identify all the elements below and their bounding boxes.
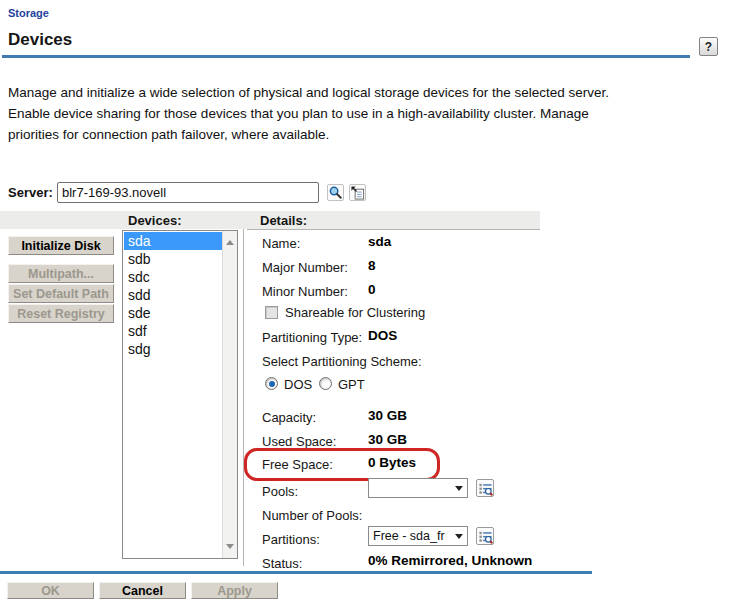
device-list-item[interactable]: sda: [124, 232, 222, 250]
partitions-dropdown[interactable]: Free - sda_fr: [368, 526, 468, 546]
devices-column-header: Devices:: [128, 213, 181, 228]
server-label: Server:: [8, 185, 53, 200]
shareable-checkbox: [265, 306, 278, 319]
scroll-up-icon[interactable]: [226, 240, 234, 245]
free-space-value: 0 Bytes: [368, 455, 416, 470]
chevron-down-icon: [455, 486, 463, 491]
partitions-label: Partitions:: [262, 532, 320, 547]
object-selector-button[interactable]: [327, 184, 344, 201]
set-default-path-button: Set Default Path: [8, 284, 114, 303]
details-column-header: Details:: [260, 213, 307, 228]
apply-button: Apply: [191, 582, 278, 599]
minor-number-value: 0: [368, 282, 376, 297]
reset-registry-button: Reset Registry: [8, 304, 114, 323]
major-number-value: 8: [368, 258, 376, 273]
capacity-label: Capacity:: [262, 410, 316, 425]
chevron-down-icon: [455, 534, 463, 539]
used-space-label: Used Space:: [262, 434, 336, 449]
browse-objects-icon: [478, 481, 493, 496]
pools-browse-button[interactable]: [476, 479, 494, 497]
partitioning-scheme-label: Select Partitioning Scheme:: [262, 354, 422, 369]
details-header-divider: [247, 229, 540, 230]
pools-dropdown[interactable]: [368, 478, 468, 498]
device-list-item[interactable]: sdg: [124, 340, 222, 358]
radio-dos-label: DOS: [284, 377, 312, 392]
search-icon: [328, 185, 343, 200]
partitions-browse-button[interactable]: [476, 527, 494, 545]
capacity-value: 30 GB: [368, 408, 407, 423]
number-of-pools-label: Number of Pools:: [262, 508, 362, 523]
initialize-disk-button[interactable]: Initialize Disk: [8, 236, 114, 255]
device-list-item[interactable]: sdf: [124, 322, 222, 340]
shareable-label: Shareable for Clustering: [285, 305, 425, 320]
device-list-item[interactable]: sdd: [124, 286, 222, 304]
device-listbox[interactable]: sda sdb sdc sdd sde sdf sdg: [122, 230, 238, 559]
cancel-button[interactable]: Cancel: [99, 582, 186, 599]
free-space-label: Free Space:: [262, 457, 333, 472]
column-separator: [243, 229, 244, 566]
browse-objects-icon: [478, 529, 493, 544]
listbox-scrollbar[interactable]: [222, 231, 237, 558]
device-list-item[interactable]: sde: [124, 304, 222, 322]
device-list-item[interactable]: sdc: [124, 268, 222, 286]
radio-gpt[interactable]: [319, 377, 332, 390]
minor-number-label: Minor Number:: [262, 284, 348, 299]
device-list-item[interactable]: sdb: [124, 250, 222, 268]
partitions-dropdown-value: Free - sda_fr: [373, 529, 445, 543]
status-value: 0% Remirrored, Unknown: [368, 553, 532, 568]
major-number-label: Major Number:: [262, 260, 348, 275]
page-description: Manage and initialize a wide selection o…: [8, 82, 638, 145]
object-history-icon: [350, 185, 365, 200]
radio-gpt-label: GPT: [338, 377, 365, 392]
pools-label: Pools:: [262, 484, 298, 499]
title-divider: [2, 55, 690, 58]
used-space-value: 30 GB: [368, 432, 407, 447]
partitioning-type-label: Partitioning Type:: [262, 330, 362, 345]
footer-divider: [0, 571, 592, 574]
partitioning-type-value: DOS: [368, 328, 397, 343]
object-history-button[interactable]: [349, 184, 366, 201]
multipath-button: Multipath...: [8, 264, 114, 283]
ok-button: OK: [7, 582, 94, 599]
page-title: Devices: [8, 30, 72, 50]
server-input[interactable]: [57, 182, 319, 203]
help-button[interactable]: ?: [699, 37, 718, 56]
status-label: Status:: [262, 556, 302, 571]
name-value: sda: [368, 234, 391, 249]
storage-devices-page: Storage Devices ? Manage and initialize …: [0, 0, 730, 603]
radio-dos[interactable]: [265, 377, 278, 390]
scroll-down-icon[interactable]: [226, 544, 234, 549]
name-label: Name:: [262, 236, 300, 251]
breadcrumb-storage-link[interactable]: Storage: [8, 7, 49, 19]
device-list: sda sdb sdc sdd sde sdf sdg: [124, 232, 222, 358]
